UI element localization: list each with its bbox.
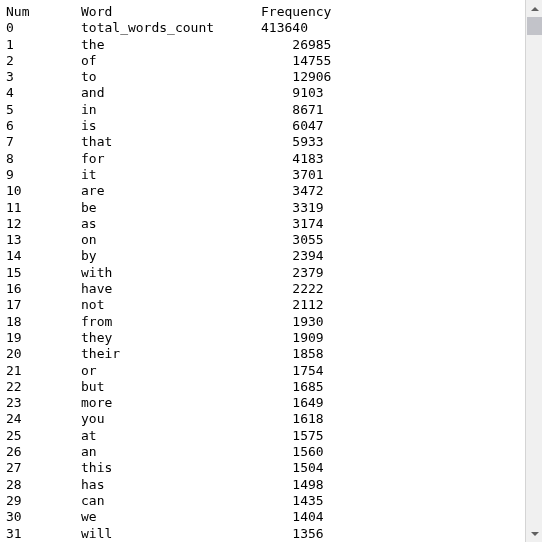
table-row: 21or 1754 <box>6 363 519 379</box>
row-num: 18 <box>6 314 81 330</box>
row-word: on <box>81 232 261 248</box>
row-frequency: 1435 <box>261 493 519 509</box>
table-row: 28has 1498 <box>6 477 519 493</box>
row-num: 3 <box>6 69 81 85</box>
row-frequency: 14755 <box>261 53 519 69</box>
row-num: 8 <box>6 151 81 167</box>
row-word: not <box>81 297 261 313</box>
table-row: 24you 1618 <box>6 411 519 427</box>
row-word: have <box>81 281 261 297</box>
row-num: 10 <box>6 183 81 199</box>
row-frequency: 1649 <box>261 395 519 411</box>
row-num: 0 <box>6 20 81 36</box>
row-word: this <box>81 460 261 476</box>
row-frequency: 4183 <box>261 151 519 167</box>
table-row: 13on 3055 <box>6 232 519 248</box>
table-row: 8for 4183 <box>6 151 519 167</box>
header-word: Word <box>81 4 261 20</box>
table-row: 16have 2222 <box>6 281 519 297</box>
row-num: 9 <box>6 167 81 183</box>
row-num: 16 <box>6 281 81 297</box>
row-num: 7 <box>6 134 81 150</box>
row-word: but <box>81 379 261 395</box>
row-word: to <box>81 69 261 85</box>
row-word: is <box>81 118 261 134</box>
row-frequency: 9103 <box>261 85 519 101</box>
row-num: 12 <box>6 216 81 232</box>
scroll-thumb[interactable] <box>527 17 542 35</box>
data-rows: 0total_words_count4136401the 269852of 14… <box>6 20 519 542</box>
row-num: 6 <box>6 118 81 134</box>
row-word: with <box>81 265 261 281</box>
table-row: 0total_words_count413640 <box>6 20 519 36</box>
text-content: Num Word Frequency 0total_words_count413… <box>0 0 525 542</box>
row-num: 30 <box>6 509 81 525</box>
row-frequency: 12906 <box>261 69 519 85</box>
row-word: and <box>81 85 261 101</box>
table-row: 2of 14755 <box>6 53 519 69</box>
row-num: 21 <box>6 363 81 379</box>
row-frequency: 3174 <box>261 216 519 232</box>
row-num: 31 <box>6 526 81 542</box>
row-frequency: 1685 <box>261 379 519 395</box>
row-frequency: 1909 <box>261 330 519 346</box>
table-row: 4and 9103 <box>6 85 519 101</box>
table-row: 11be 3319 <box>6 200 519 216</box>
row-num: 1 <box>6 37 81 53</box>
row-num: 28 <box>6 477 81 493</box>
vertical-scrollbar[interactable] <box>525 0 542 542</box>
row-num: 4 <box>6 85 81 101</box>
row-num: 14 <box>6 248 81 264</box>
row-frequency: 1356 <box>261 526 519 542</box>
table-row: 15with 2379 <box>6 265 519 281</box>
row-word: be <box>81 200 261 216</box>
table-row: 27this 1504 <box>6 460 519 476</box>
row-frequency: 413640 <box>261 20 519 36</box>
row-word: an <box>81 444 261 460</box>
table-row: 25at 1575 <box>6 428 519 444</box>
row-frequency: 1560 <box>261 444 519 460</box>
table-row: 3to 12906 <box>6 69 519 85</box>
row-word: of <box>81 53 261 69</box>
row-frequency: 1754 <box>261 363 519 379</box>
row-frequency: 1618 <box>261 411 519 427</box>
row-word: will <box>81 526 261 542</box>
row-num: 13 <box>6 232 81 248</box>
row-num: 20 <box>6 346 81 362</box>
row-frequency: 1575 <box>261 428 519 444</box>
row-frequency: 1504 <box>261 460 519 476</box>
table-row: 5in 8671 <box>6 102 519 118</box>
table-row: 9it 3701 <box>6 167 519 183</box>
table-row: 29can 1435 <box>6 493 519 509</box>
row-num: 15 <box>6 265 81 281</box>
row-word: at <box>81 428 261 444</box>
row-word: as <box>81 216 261 232</box>
row-frequency: 2394 <box>261 248 519 264</box>
row-num: 25 <box>6 428 81 444</box>
table-row: 10are 3472 <box>6 183 519 199</box>
row-frequency: 3055 <box>261 232 519 248</box>
table-row: 17not 2112 <box>6 297 519 313</box>
scroll-up-arrow-icon[interactable] <box>526 0 542 17</box>
table-row: 7that 5933 <box>6 134 519 150</box>
row-num: 23 <box>6 395 81 411</box>
row-num: 24 <box>6 411 81 427</box>
table-row: 19they 1909 <box>6 330 519 346</box>
row-num: 19 <box>6 330 81 346</box>
row-word: they <box>81 330 261 346</box>
row-word: total_words_count <box>81 20 261 36</box>
table-row: 26an 1560 <box>6 444 519 460</box>
table-row: 12as 3174 <box>6 216 519 232</box>
row-frequency: 2112 <box>261 297 519 313</box>
row-word: has <box>81 477 261 493</box>
row-num: 2 <box>6 53 81 69</box>
row-num: 27 <box>6 460 81 476</box>
table-row: 6is 6047 <box>6 118 519 134</box>
table-row: 1the 26985 <box>6 37 519 53</box>
scroll-down-arrow-icon[interactable] <box>526 525 542 542</box>
row-word: from <box>81 314 261 330</box>
row-frequency: 1930 <box>261 314 519 330</box>
table-row: 20their 1858 <box>6 346 519 362</box>
row-word: by <box>81 248 261 264</box>
table-row: 30we 1404 <box>6 509 519 525</box>
